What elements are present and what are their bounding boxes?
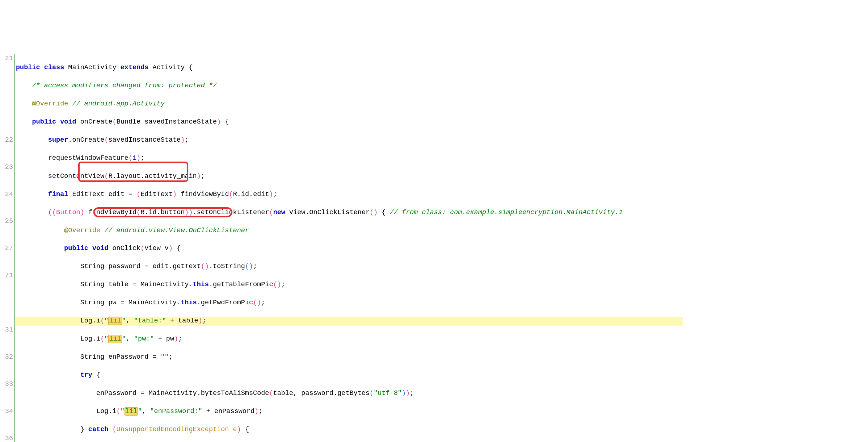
code-line[interactable]: public void onClick(View v) { xyxy=(15,244,683,253)
code-line[interactable]: ((Button) findViewById(R.id.button)).set… xyxy=(15,208,683,217)
line-number: 32 xyxy=(0,353,13,362)
code-line[interactable]: public class MainActivity extends Activi… xyxy=(15,63,683,72)
code-line[interactable]: try { xyxy=(15,371,683,380)
code-line[interactable]: setContentView(R.layout.activity_main); xyxy=(15,172,683,181)
code-line[interactable]: @Override // android.app.Activity xyxy=(15,100,683,109)
search-highlight: lil xyxy=(125,407,138,416)
code-line[interactable]: @Override // android.view.View.OnClickLi… xyxy=(15,226,683,235)
line-number: 23 xyxy=(0,163,13,172)
code-line[interactable]: } catch (UnsupportedEncodingException e)… xyxy=(15,425,683,434)
line-number: 21 xyxy=(0,54,13,63)
code-line[interactable]: /* access modifiers changed from: protec… xyxy=(15,82,683,91)
code-line[interactable]: requestWindowFeature(1); xyxy=(15,154,683,163)
code-line[interactable]: String enPassword = ""; xyxy=(15,353,683,362)
code-line[interactable]: String password = edit.getText().toStrin… xyxy=(15,262,683,271)
search-highlight: lil xyxy=(108,317,122,325)
line-number xyxy=(0,299,13,308)
line-number: 33 xyxy=(0,380,13,389)
code-line-highlighted[interactable]: Log.i("lil", "table:" + table); xyxy=(15,317,683,326)
code-line[interactable]: enPassword = MainActivity.bytesToAliSmsC… xyxy=(15,389,683,398)
line-number-gutter: 21 22 23 24 25 27 71 31 32 33 34 36 37 4… xyxy=(0,36,14,442)
line-number: 71 xyxy=(0,271,13,280)
line-number xyxy=(0,109,13,118)
search-highlight: lil xyxy=(108,335,122,343)
line-number: 24 xyxy=(0,190,13,199)
line-number: 25 xyxy=(0,217,13,226)
line-number xyxy=(0,82,13,91)
code-line[interactable]: Log.i("lil", "pw:" + pw); xyxy=(15,335,683,344)
line-number: 36 xyxy=(0,434,13,442)
line-number: 22 xyxy=(0,136,13,145)
code-editor: 21 22 23 24 25 27 71 31 32 33 34 36 37 4… xyxy=(0,36,868,442)
code-line[interactable]: public void onCreate(Bundle savedInstanc… xyxy=(15,118,683,127)
code-line[interactable]: String table = MainActivity.this.getTabl… xyxy=(15,280,683,289)
line-number: 34 xyxy=(0,407,13,416)
line-number: 31 xyxy=(0,326,13,335)
code-line[interactable]: String pw = MainActivity.this.getPwdFrom… xyxy=(15,299,683,308)
code-area[interactable]: public class MainActivity extends Activi… xyxy=(14,36,683,442)
code-line[interactable]: final EditText edit = (EditText) findVie… xyxy=(15,190,683,199)
code-line[interactable]: Log.i("lil", "enPassword:" + enPassword)… xyxy=(15,407,683,416)
line-number: 27 xyxy=(0,244,13,253)
code-line[interactable]: super.onCreate(savedInstanceState); xyxy=(15,136,683,145)
